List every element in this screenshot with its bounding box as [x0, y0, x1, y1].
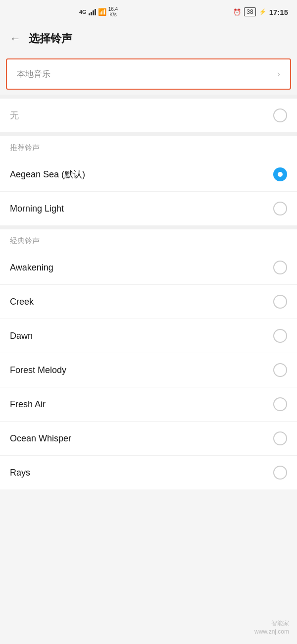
local-music-label: 本地音乐	[17, 68, 50, 80]
chevron-right-icon: ›	[277, 69, 280, 79]
ringtone-label: Creek	[10, 297, 34, 307]
network-speed: 16.4 K/s	[108, 6, 118, 17]
radio-button-dawn[interactable]	[273, 329, 287, 343]
charging-icon: ⚡	[259, 8, 266, 15]
battery-level: 38	[244, 7, 255, 16]
page-header: ← 选择铃声	[0, 24, 297, 54]
classic-section: 经典铃声 Awakening Creek Dawn Forest Melody …	[0, 229, 297, 489]
ringtone-label: Dawn	[10, 331, 33, 341]
ringtone-label: Forest Melody	[10, 365, 66, 376]
ringtone-label: Ocean Whisper	[10, 433, 71, 444]
none-section: 无	[0, 99, 297, 132]
ringtone-label: Rays	[10, 468, 30, 478]
radio-button-morning-light[interactable]	[273, 202, 287, 215]
radio-button-ocean-whisper[interactable]	[273, 431, 287, 445]
radio-button-rays[interactable]	[273, 466, 287, 480]
list-item[interactable]: Aegean Sea (默认)	[0, 158, 297, 192]
status-right: ⏰ 38 ⚡ 17:15	[233, 7, 288, 16]
radio-button-aegean[interactable]	[273, 167, 287, 181]
classic-section-header: 经典铃声	[0, 229, 297, 251]
local-music-row[interactable]: 本地音乐 ›	[7, 59, 290, 89]
ringtone-label: Fresh Air	[10, 399, 46, 410]
time-display: 17:15	[269, 8, 288, 16]
list-item[interactable]: Forest Melody	[0, 353, 297, 387]
radio-button-awakening[interactable]	[273, 261, 287, 274]
status-bar: 4G 📶 16.4 K/s ⏰ 38 ⚡ 17:15	[0, 0, 297, 24]
watermark: 智能家 www.znj.com	[254, 619, 289, 636]
page-title: 选择铃声	[29, 31, 72, 46]
divider	[0, 132, 297, 136]
signal-label: 4G	[79, 9, 87, 15]
radio-button-none[interactable]	[273, 108, 287, 122]
recommended-section-header: 推荐铃声	[0, 136, 297, 158]
recommended-section: 推荐铃声 Aegean Sea (默认) Morning Light	[0, 136, 297, 225]
ringtone-label: Aegean Sea (默认)	[10, 168, 85, 180]
radio-button-creek[interactable]	[273, 295, 287, 309]
list-item[interactable]: Rays	[0, 456, 297, 489]
ringtone-label: Morning Light	[10, 204, 64, 214]
divider	[0, 225, 297, 229]
status-left: 4G 📶 16.4 K/s	[79, 6, 118, 17]
wifi-icon: 📶	[98, 8, 106, 16]
list-item[interactable]: Awakening	[0, 251, 297, 285]
divider	[0, 95, 297, 99]
list-item[interactable]: Morning Light	[0, 192, 297, 225]
none-label: 无	[10, 109, 19, 121]
list-item[interactable]: Ocean Whisper	[0, 422, 297, 456]
radio-button-forest-melody[interactable]	[273, 363, 287, 377]
list-item[interactable]: 无	[0, 99, 297, 132]
ringtone-label: Awakening	[10, 263, 53, 273]
list-item[interactable]: Fresh Air	[0, 387, 297, 422]
radio-button-fresh-air[interactable]	[273, 397, 287, 411]
alarm-icon: ⏰	[233, 8, 241, 16]
local-music-section[interactable]: 本地音乐 ›	[6, 58, 291, 90]
list-item[interactable]: Creek	[0, 285, 297, 319]
list-item[interactable]: Dawn	[0, 319, 297, 353]
signal-bars-icon	[89, 8, 96, 15]
back-button[interactable]: ←	[10, 32, 21, 45]
